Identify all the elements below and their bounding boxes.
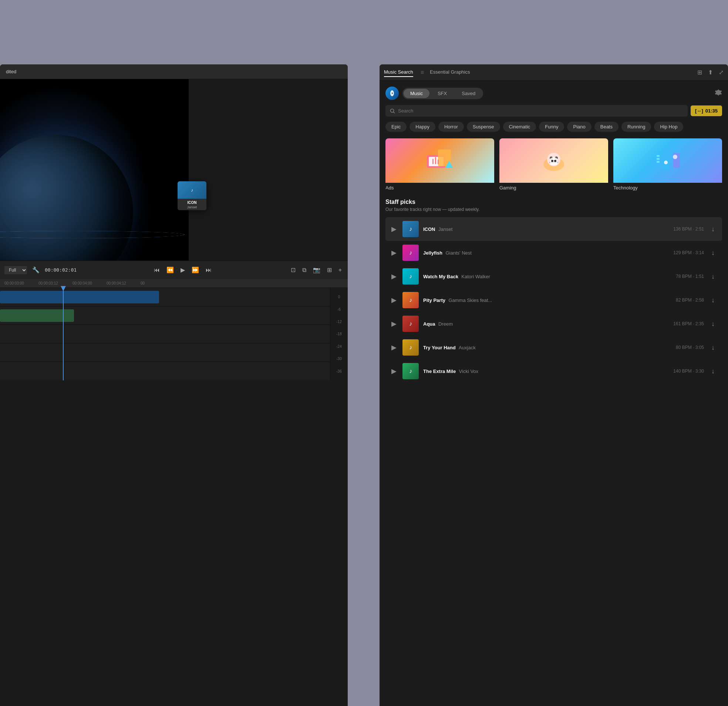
genre-tag-hip-hop[interactable]: Hip Hop (654, 122, 683, 132)
genre-tag-happy[interactable]: Happy (409, 122, 435, 132)
track-item[interactable]: ▶ ♪ Try Your Hand Auxjack 80 BPM · 3:05 … (386, 336, 722, 359)
search-input[interactable] (398, 108, 683, 114)
tab-saved[interactable]: Saved (455, 89, 482, 98)
editor-title: dited (6, 69, 16, 74)
svg-point-14 (551, 160, 553, 162)
track-download-btn[interactable]: ↓ (708, 318, 718, 329)
track-title: Pity Party (423, 298, 445, 303)
track-play-btn[interactable]: ▶ (390, 318, 398, 329)
track-item[interactable]: ▶ ♪ Aqua Dreem 161 BPM · 2:35 ↓ (386, 312, 722, 336)
track-item[interactable]: ▶ ♪ Jellyfish Giants' Nest 129 BPM · 3:1… (386, 241, 722, 265)
gaming-illustration (539, 148, 569, 174)
track-thumbnail: ♪ (403, 292, 419, 308)
category-card-technology[interactable]: Technology (613, 138, 722, 191)
track-info: Aqua Dreem (423, 320, 669, 327)
svg-rect-7 (435, 157, 436, 164)
svg-point-17 (673, 155, 677, 159)
audio-track-2 (0, 325, 348, 343)
track-item[interactable]: ▶ ♪ Watch My Back Katori Walker 78 BPM ·… (386, 265, 722, 288)
track-thumbnail: ♪ (403, 339, 419, 356)
svg-rect-6 (432, 159, 433, 164)
editor-panel: dited Full 50% 25% 🔧 00:00:02:01 ⏮ ⏪ ▶ ⏩… (0, 64, 348, 706)
track-play-btn[interactable]: ▶ (390, 295, 398, 306)
track-title: ICON (423, 226, 435, 232)
step-fwd-btn[interactable]: ⏩ (190, 265, 201, 275)
track-play-btn[interactable]: ▶ (390, 342, 398, 353)
step-back-btn[interactable]: ⏪ (165, 265, 175, 275)
genre-tags: EpicHappyHorrorSuspenseCinematicFunnyPia… (386, 122, 722, 132)
timeline-tracks[interactable]: 0 -6 -12 -18 -24 -30 -36 (0, 288, 348, 380)
play-btn[interactable]: ▶ (179, 265, 186, 275)
track-title: Watch My Back (423, 274, 458, 279)
tab-music-search[interactable]: Music Search (384, 68, 413, 77)
expand-btn[interactable]: ⤢ (719, 69, 724, 76)
track-download-btn[interactable]: ↓ (708, 271, 718, 282)
camera-btn[interactable]: 📷 (312, 265, 322, 275)
tab-music[interactable]: Music (404, 89, 429, 98)
genre-tag-piano[interactable]: Piano (567, 122, 591, 132)
end-btn[interactable]: ⏭ (204, 265, 213, 275)
genre-tag-epic[interactable]: Epic (386, 122, 407, 132)
vol-12: -12 (330, 320, 348, 324)
genre-tag-cinematic[interactable]: Cinematic (503, 122, 536, 132)
technology-label: Technology (613, 185, 722, 191)
track-download-btn[interactable]: ↓ (708, 295, 718, 306)
wrench-icon[interactable]: 🔧 (31, 265, 41, 275)
tab-sfx[interactable]: SFX (431, 89, 454, 98)
track-item[interactable]: ▶ ♪ The Extra Mile Vicki Vox 140 BPM · 3… (386, 359, 722, 383)
ruler-mark-1: 00:00:03:00 (4, 281, 39, 285)
beginning-btn[interactable]: ⏮ (152, 265, 161, 275)
track-download-btn[interactable]: ↓ (708, 366, 718, 377)
track-download-btn[interactable]: ↓ (708, 247, 718, 258)
trim-btn[interactable]: ⧉ (301, 265, 308, 275)
category-cards: Ads (386, 138, 722, 191)
add-btn[interactable]: + (337, 265, 343, 275)
settings-button[interactable] (715, 89, 722, 98)
track-title: Aqua (423, 321, 435, 327)
clip-btn[interactable]: ⊡ (289, 265, 297, 275)
category-card-ads[interactable]: Ads (386, 138, 494, 191)
svg-point-0 (391, 109, 394, 112)
volume-panel: 0 -6 -12 -18 -24 -30 -36 (330, 288, 348, 380)
match-duration-button[interactable]: [↔] 01:35 (690, 106, 722, 116)
track-play-btn[interactable]: ▶ (390, 247, 398, 258)
tab-icon: ≡ (420, 69, 424, 76)
genre-tag-horror[interactable]: Horror (438, 122, 464, 132)
track-title: The Extra Mile (423, 369, 456, 374)
track-play-btn[interactable]: ▶ (390, 366, 398, 377)
ruler-mark-2: 00:00:03:12 (39, 281, 72, 285)
genre-tag-running[interactable]: Running (621, 122, 651, 132)
playhead (63, 288, 64, 380)
genre-tag-suspense[interactable]: Suspense (467, 122, 500, 132)
track-download-btn[interactable]: ↓ (708, 342, 718, 353)
tab-essential-graphics[interactable]: Essential Graphics (430, 68, 470, 77)
track-info: Watch My Back Katori Walker (423, 273, 672, 280)
vol-24: -24 (330, 344, 348, 349)
category-card-gaming[interactable]: Gaming (500, 138, 608, 191)
track-item[interactable]: ▶ ♪ Pity Party Gamma Skies feat... 82 BP… (386, 288, 722, 312)
track-thumb-icon: ♪ (409, 249, 412, 256)
ads-card-image (386, 138, 494, 183)
music-tabs-bar: Music SFX Saved (403, 88, 483, 99)
match-icon: [↔] (695, 108, 703, 114)
panel-icon-btn[interactable]: ⊞ (697, 69, 702, 76)
track-play-btn[interactable]: ▶ (390, 271, 398, 282)
svg-point-15 (554, 160, 556, 162)
track-play-btn[interactable]: ▶ (390, 223, 398, 234)
video-clip[interactable] (0, 291, 159, 304)
track-list: ▶ ♪ ICON Janset 136 BPM · 2:51 ↓ ▶ ♪ Jel… (386, 217, 722, 383)
tech-illustration (653, 148, 683, 174)
track-download-btn[interactable]: ↓ (708, 224, 718, 234)
share-btn[interactable]: ⬆ (708, 69, 713, 76)
search-input-wrap[interactable] (386, 105, 688, 117)
planet-sphere (0, 135, 133, 260)
genre-tag-beats[interactable]: Beats (594, 122, 618, 132)
audio-track-3 (0, 343, 348, 362)
export-btn[interactable]: ⊞ (325, 265, 333, 275)
track-item[interactable]: ▶ ♪ ICON Janset 136 BPM · 2:51 ↓ (386, 217, 722, 241)
track-thumb-icon: ♪ (409, 344, 412, 351)
music-content-area: Music SFX Saved [↔] 01:35 Epic (380, 81, 728, 389)
genre-tag-funny[interactable]: Funny (539, 122, 564, 132)
zoom-select[interactable]: Full 50% 25% (4, 266, 27, 274)
editor-header: dited (0, 64, 348, 79)
